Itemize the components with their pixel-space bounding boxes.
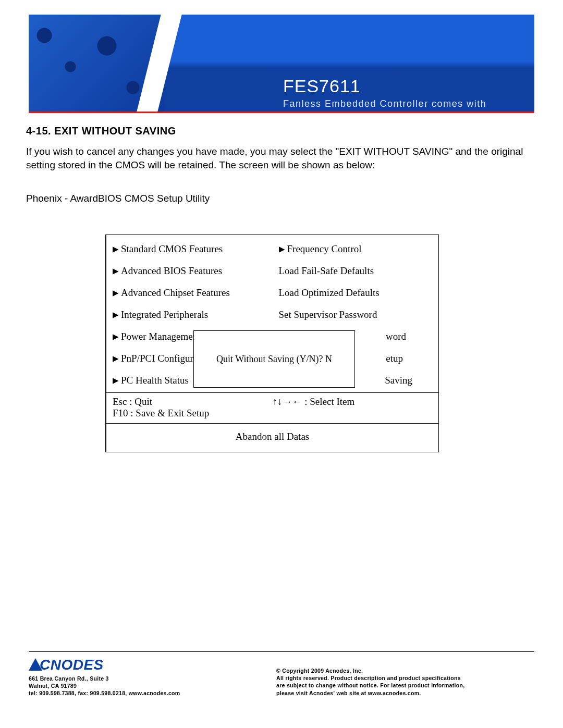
triangle-icon: ▶ xyxy=(113,376,119,385)
bios-item-label: Load Optimized Defaults xyxy=(279,287,380,298)
addr-line: 661 Brea Canyon Rd., Suite 3 xyxy=(29,675,180,682)
header-banner: FES7611 Fanless Embedded Controller come… xyxy=(29,15,534,112)
bios-item-label: Advanced BIOS Features xyxy=(121,265,222,276)
bios-screen: ▶Standard CMOS Features ▶Advanced BIOS F… xyxy=(105,235,439,452)
quit-dialog: Quit Without Saving (Y/N)? N xyxy=(193,330,355,388)
bios-item: Load Optimized Defaults xyxy=(279,287,433,299)
bios-item-label: Integrated Peripherals xyxy=(121,309,208,320)
bios-item-label: PnP/PCI Configura xyxy=(121,353,198,364)
bios-menu: ▶Standard CMOS Features ▶Advanced BIOS F… xyxy=(106,235,438,393)
footer-copyright: © Copyright 2009 Acnodes, Inc. All right… xyxy=(276,667,537,697)
bios-item-label: Power Managemen xyxy=(121,331,198,342)
footer-rule xyxy=(29,651,534,652)
section-body: If you wish to cancel any changes you ha… xyxy=(26,145,534,171)
bios-item-label: PC Health Status xyxy=(121,375,189,386)
hint-f10: F10 : Save & Exit Setup xyxy=(113,408,273,419)
product-subtitle: Fanless Embedded Controller comes with I… xyxy=(283,98,486,112)
triangle-icon: ▶ xyxy=(113,267,119,275)
hint-arrows: ↑↓→← : Select Item xyxy=(273,396,433,408)
banner-underline xyxy=(29,112,534,113)
bios-item: ▶Integrated Peripherals xyxy=(113,309,266,320)
triangle-icon: ▶ xyxy=(279,245,285,253)
bios-hints: Esc : Quit F10 : Save & Exit Setup ↑↓→← … xyxy=(106,393,438,424)
hint-esc: Esc : Quit xyxy=(113,396,273,408)
bios-item-label: word xyxy=(386,331,406,342)
triangle-icon: ▶ xyxy=(113,245,119,253)
addr-line: Walnut, CA 91789 xyxy=(29,682,180,689)
bios-item-label: etup xyxy=(386,353,403,364)
section-heading: 4-15. EXIT WITHOUT SAVING xyxy=(26,125,176,137)
bios-item-label: Set Supervisor Password xyxy=(279,309,377,320)
bios-item-label: Saving xyxy=(385,375,412,386)
triangle-icon: ▶ xyxy=(113,332,119,341)
product-model: FES7611 xyxy=(283,76,361,96)
addr-line: tel: 909.598.7388, fax: 909.598.0218, ww… xyxy=(29,689,180,697)
subtitle-line-1: Fanless Embedded Controller comes with xyxy=(283,98,486,109)
bios-item-label: Advanced Chipset Features xyxy=(121,287,230,298)
bios-item: ▶Frequency Control xyxy=(279,243,433,255)
bios-item: ▶Standard CMOS Features xyxy=(113,243,266,255)
quit-dialog-text: Quit Without Saving (Y/N)? N xyxy=(216,354,332,365)
triangle-icon: ▶ xyxy=(113,311,119,319)
triangle-icon: ▶ xyxy=(113,354,119,363)
bios-footer: Abandon all Datas xyxy=(106,424,438,452)
copyright-line: © Copyright 2009 Acnodes, Inc. xyxy=(276,667,537,674)
triangle-icon: ▶ xyxy=(113,289,119,297)
bios-item: Load Fail-Safe Defaults xyxy=(279,265,433,277)
bios-hint-right: ↑↓→← : Select Item xyxy=(273,396,433,419)
bios-item-label: Load Fail-Safe Defaults xyxy=(279,265,374,276)
logo-text: CNODES xyxy=(40,657,104,673)
bios-hint-left: Esc : Quit F10 : Save & Exit Setup xyxy=(113,396,273,419)
bios-item: Set Supervisor Password xyxy=(279,309,433,320)
copyright-line: All rights reserved. Product description… xyxy=(276,674,537,682)
copyright-line: please visit Acnodes' web site at www.ac… xyxy=(276,689,537,697)
bios-item: ▶Advanced Chipset Features xyxy=(113,287,266,299)
bios-utility-label: Phoenix - AwardBIOS CMOS Setup Utility xyxy=(26,193,210,204)
bios-item-label: Standard CMOS Features xyxy=(121,243,223,254)
copyright-line: are subject to change without notice. Fo… xyxy=(276,682,537,689)
bios-item: ▶Advanced BIOS Features xyxy=(113,265,266,277)
footer-address: 661 Brea Canyon Rd., Suite 3 Walnut, CA … xyxy=(29,675,180,697)
acnodes-logo: CNODES xyxy=(29,657,104,673)
bios-item-label: Frequency Control xyxy=(287,243,362,254)
